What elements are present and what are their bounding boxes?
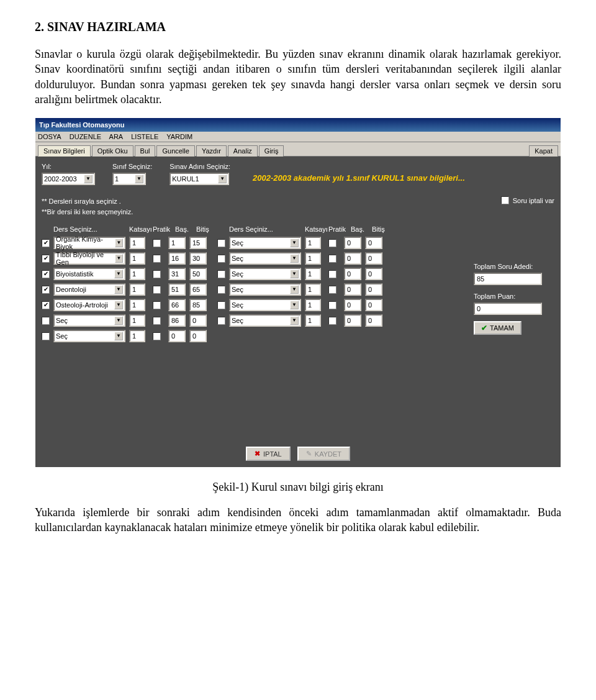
bitis-input[interactable]: 0: [365, 283, 382, 296]
bitis-input[interactable]: 0: [189, 314, 207, 327]
row-checkbox[interactable]: ✔: [42, 270, 50, 278]
row-checkbox[interactable]: [217, 239, 225, 247]
sinif-select[interactable]: 1 ▼: [112, 173, 146, 185]
menu-yardim[interactable]: YARDIM: [166, 133, 192, 140]
ders-select[interactable]: Seç▼: [53, 330, 125, 342]
row-checkbox[interactable]: [217, 317, 225, 325]
row-checkbox[interactable]: [217, 301, 225, 309]
ders-value: Seç: [232, 255, 243, 262]
bitis-input[interactable]: 85: [189, 299, 207, 311]
tab-analiz[interactable]: Analiz: [228, 145, 258, 157]
bas-input[interactable]: 0: [344, 299, 361, 311]
bas-input[interactable]: 0: [344, 283, 361, 296]
bas-input[interactable]: 0: [168, 330, 186, 342]
katsayi-input[interactable]: 1: [129, 330, 145, 342]
yil-select[interactable]: 2002-2003 ▼: [42, 173, 95, 185]
ders-select[interactable]: Biyoistatistik▼: [53, 268, 125, 280]
bitis-input[interactable]: 0: [365, 314, 382, 327]
ders-select[interactable]: Seç▼: [229, 299, 301, 311]
pratik-checkbox[interactable]: [153, 286, 161, 294]
katsayi-input[interactable]: 1: [129, 314, 145, 327]
row-checkbox[interactable]: [217, 286, 225, 294]
bitis-input[interactable]: 30: [189, 252, 207, 265]
row-checkbox[interactable]: ✔: [42, 239, 50, 247]
ders-select[interactable]: Osteoloji-Artroloji▼: [53, 299, 125, 311]
pratik-checkbox[interactable]: [153, 270, 161, 278]
ders-select[interactable]: Tıbbi Biyoloji ve Gen▼: [53, 252, 125, 265]
bas-input[interactable]: 0: [344, 252, 361, 265]
pratik-checkbox[interactable]: [328, 270, 336, 278]
tab-bul[interactable]: Bul: [135, 145, 156, 157]
katsayi-input[interactable]: 1: [305, 237, 321, 249]
row-checkbox[interactable]: [42, 317, 50, 325]
kaydet-button[interactable]: ✎ KAYDET: [297, 447, 350, 461]
bas-input[interactable]: 0: [344, 314, 361, 327]
bitis-input[interactable]: 65: [189, 283, 207, 296]
pratik-checkbox[interactable]: [328, 255, 336, 263]
bas-input[interactable]: 51: [168, 283, 186, 296]
bas-input[interactable]: 66: [168, 299, 186, 311]
tamam-button[interactable]: ✔ TAMAM: [474, 321, 522, 335]
bitis-input[interactable]: 15: [189, 237, 207, 249]
katsayi-input[interactable]: 1: [129, 283, 145, 296]
tab-sinav-bilgileri[interactable]: Sınav Bilgileri: [38, 145, 91, 157]
ders-select[interactable]: Seç▼: [229, 283, 301, 296]
katsayi-input[interactable]: 1: [129, 268, 145, 280]
ders-select[interactable]: Seç▼: [229, 237, 301, 249]
katsayi-input[interactable]: 1: [129, 252, 145, 265]
menu-duzenle[interactable]: DUZENLE: [70, 133, 101, 140]
pratik-checkbox[interactable]: [328, 317, 336, 325]
pratik-checkbox[interactable]: [153, 255, 161, 263]
pratik-checkbox[interactable]: [328, 286, 336, 294]
soru-iptal-checkbox[interactable]: [501, 196, 509, 204]
bas-input[interactable]: 86: [168, 314, 186, 327]
pratik-checkbox[interactable]: [153, 332, 161, 340]
row-checkbox[interactable]: [42, 332, 50, 340]
katsayi-input[interactable]: 1: [305, 283, 321, 296]
katsayi-input[interactable]: 1: [129, 237, 145, 249]
katsayi-input[interactable]: 1: [305, 252, 321, 265]
row-checkbox[interactable]: ✔: [42, 255, 50, 263]
ders-select[interactable]: Organik Kimya-Biyok▼: [53, 237, 125, 249]
pratik-checkbox[interactable]: [153, 301, 161, 309]
pratik-checkbox[interactable]: [153, 317, 161, 325]
row-checkbox[interactable]: [217, 255, 225, 263]
tab-yazdir[interactable]: Yazdır: [196, 145, 227, 157]
pratik-checkbox[interactable]: [153, 239, 161, 247]
bitis-input[interactable]: 0: [189, 330, 207, 342]
bas-input[interactable]: 16: [168, 252, 186, 265]
row-checkbox[interactable]: ✔: [42, 286, 50, 294]
ders-select[interactable]: Seç▼: [229, 268, 301, 280]
menu-listele[interactable]: LISTELE: [131, 133, 158, 140]
iptal-button[interactable]: ✖ IPTAL: [246, 447, 291, 461]
bitis-input[interactable]: 0: [365, 268, 382, 280]
sinav-select[interactable]: KURUL1 ▼: [169, 173, 229, 185]
tab-kapat[interactable]: Kapat: [529, 145, 558, 157]
bitis-input[interactable]: 0: [365, 237, 382, 249]
ders-value: Seç: [56, 332, 68, 340]
ders-select[interactable]: Seç▼: [229, 314, 301, 327]
pratik-checkbox[interactable]: [328, 301, 336, 309]
katsayi-input[interactable]: 1: [305, 299, 321, 311]
bitis-input[interactable]: 0: [365, 299, 382, 311]
ders-select[interactable]: Seç▼: [229, 252, 301, 265]
menu-ara[interactable]: ARA: [109, 133, 124, 140]
row-checkbox[interactable]: ✔: [42, 301, 50, 309]
tab-giris[interactable]: Giriş: [259, 145, 284, 157]
bas-input[interactable]: 0: [344, 268, 361, 280]
ders-select[interactable]: Seç▼: [53, 314, 125, 327]
bitis-input[interactable]: 0: [365, 252, 382, 265]
bitis-input[interactable]: 50: [189, 268, 207, 280]
menu-dosya[interactable]: DOSYA: [38, 133, 61, 140]
row-checkbox[interactable]: [217, 270, 225, 278]
tab-guncelle[interactable]: Guncelle: [156, 145, 194, 157]
pratik-checkbox[interactable]: [328, 239, 336, 247]
katsayi-input[interactable]: 1: [305, 314, 321, 327]
bas-input[interactable]: 1: [168, 237, 186, 249]
tab-optik-oku[interactable]: Optik Oku: [92, 145, 133, 157]
bas-input[interactable]: 0: [344, 237, 361, 249]
ders-select[interactable]: Deontoloji▼: [53, 283, 125, 296]
katsayi-input[interactable]: 1: [129, 299, 145, 311]
katsayi-input[interactable]: 1: [305, 268, 321, 280]
bas-input[interactable]: 31: [168, 268, 186, 280]
